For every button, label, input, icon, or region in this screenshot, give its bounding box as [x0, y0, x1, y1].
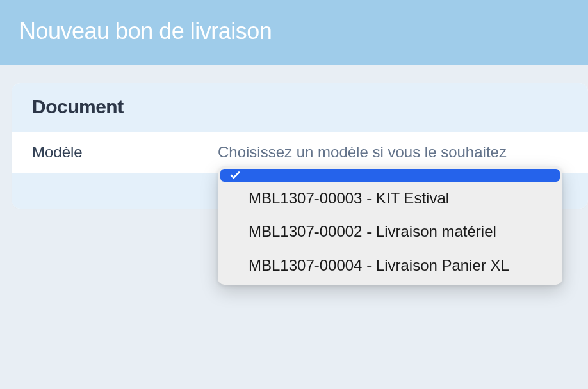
dropdown-option-label: MBL1307-00003 - KIT Estival	[249, 189, 449, 207]
dropdown-option-empty[interactable]	[220, 169, 560, 182]
checkmark-icon	[229, 170, 241, 181]
content-area: Document Modèle Choisissez un modèle si …	[0, 65, 588, 209]
model-dropdown-popup: MBL1307-00003 - KIT Estival MBL1307-0000…	[218, 166, 562, 285]
dropdown-option-label: MBL1307-00002 - Livraison matériel	[249, 223, 496, 240]
dropdown-option-kit-estival[interactable]: MBL1307-00003 - KIT Estival	[220, 182, 560, 215]
document-card: Document Modèle Choisissez un modèle si …	[12, 83, 588, 209]
section-title: Document	[32, 96, 568, 118]
card-header: Document	[12, 83, 588, 132]
model-field: Choisissez un modèle si vous le souhaite…	[218, 143, 568, 161]
dropdown-option-livraison-materiel[interactable]: MBL1307-00002 - Livraison matériel	[220, 215, 560, 248]
page-header: Nouveau bon de livraison	[0, 0, 588, 65]
model-label: Modèle	[32, 143, 218, 161]
dropdown-option-label: MBL1307-00004 - Livraison Panier XL	[249, 257, 509, 274]
model-row: Modèle Choisissez un modèle si vous le s…	[12, 132, 588, 173]
model-dropdown-trigger[interactable]: Choisissez un modèle si vous le souhaite…	[218, 143, 568, 161]
page-title: Nouveau bon de livraison	[19, 18, 569, 45]
dropdown-option-livraison-panier-xl[interactable]: MBL1307-00004 - Livraison Panier XL	[220, 249, 560, 282]
